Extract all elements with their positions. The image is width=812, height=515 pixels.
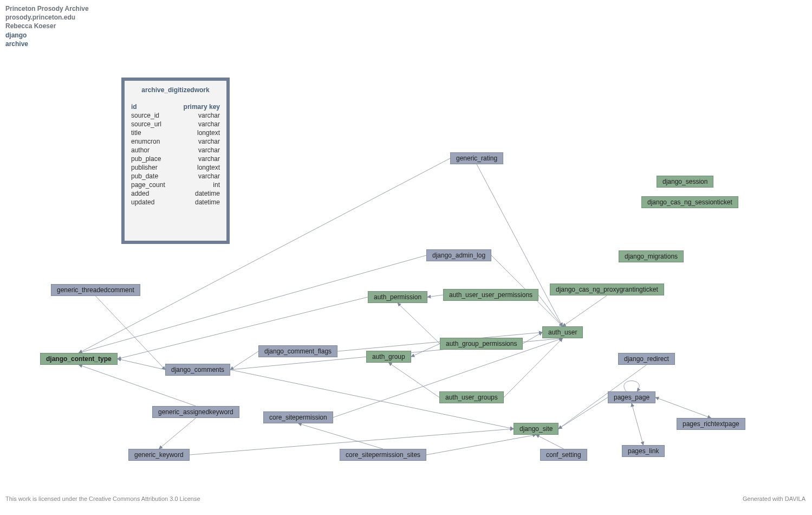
entity-field-row: enumcronvarchar [131, 137, 220, 146]
node-core_sitepermission[interactable]: core_sitepermission [263, 411, 333, 423]
edge [79, 255, 427, 353]
node-auth_group_permissions[interactable]: auth_group_permissions [440, 338, 523, 350]
field-type: varchar [174, 111, 220, 120]
node-auth_group[interactable]: auth_group [366, 351, 411, 363]
node-django_session[interactable]: django_session [657, 176, 713, 188]
node-conf_setting[interactable]: conf_setting [540, 449, 587, 461]
edge [411, 344, 440, 357]
edge [398, 303, 440, 344]
field-type: datetime [174, 189, 220, 198]
field-type: varchar [174, 120, 220, 128]
edge [159, 418, 196, 449]
node-pages_page[interactable]: pages_page [608, 391, 655, 403]
node-auth_user[interactable]: auth_user [542, 326, 583, 338]
node-django_cas_ng_sessionticket[interactable]: django_cas_ng_sessionticket [641, 196, 738, 208]
edge [298, 423, 384, 449]
header-block: Princeton Prosody Archive prosody.prince… [5, 4, 89, 48]
edge [427, 295, 443, 297]
entity-detail-table: idprimary keysource_idvarcharsource_urlv… [131, 102, 220, 207]
edge [632, 403, 644, 445]
footer-license: This work is licensed under the Creative… [5, 495, 200, 502]
field-name: pub_date [131, 172, 174, 181]
entity-field-row: source_idvarchar [131, 111, 220, 120]
node-pages_richtextpage[interactable]: pages_richtextpage [677, 418, 745, 430]
header-line3: Rebecca Koeser [5, 22, 89, 30]
header-line4: django [5, 31, 89, 40]
edge [230, 351, 258, 370]
field-type: longtext [174, 163, 220, 172]
field-type: varchar [174, 137, 220, 146]
field-type: int [174, 181, 220, 189]
edge [563, 295, 607, 326]
node-generic_threadedcomment[interactable]: generic_threadedcomment [51, 284, 140, 296]
node-auth_permission[interactable]: auth_permission [368, 291, 427, 303]
field-name: title [131, 128, 174, 137]
entity-field-row: addeddatetime [131, 189, 220, 198]
field-type: primary key [174, 102, 220, 111]
node-auth_user_groups[interactable]: auth_user_groups [439, 391, 504, 403]
entity-field-row: updateddatetime [131, 198, 220, 207]
node-django_content_type[interactable]: django_content_type [40, 353, 118, 365]
entity-detail-title: archive_digitizedwork [131, 86, 220, 94]
entity-field-row: pub_placevarchar [131, 154, 220, 163]
edge [426, 435, 536, 455]
field-type: datetime [174, 198, 220, 207]
field-name: pub_place [131, 154, 174, 163]
entity-field-row: authorvarchar [131, 146, 220, 154]
node-generic_rating[interactable]: generic_rating [450, 152, 503, 164]
header-line1: Princeton Prosody Archive [5, 4, 89, 13]
node-django_migrations[interactable]: django_migrations [619, 250, 684, 262]
edge [536, 435, 564, 449]
edge [477, 164, 563, 326]
edge [538, 295, 563, 326]
entity-field-row: source_urlvarchar [131, 120, 220, 128]
edge [523, 332, 542, 344]
header-line5: archive [5, 40, 89, 48]
field-name: author [131, 146, 174, 154]
field-type: longtext [174, 128, 220, 137]
field-name: source_id [131, 111, 174, 120]
node-django_redirect[interactable]: django_redirect [618, 353, 675, 365]
header-line2: prosody.princeton.edu [5, 13, 89, 22]
field-name: page_count [131, 181, 174, 189]
node-generic_keyword[interactable]: generic_keyword [128, 449, 190, 461]
field-name: added [131, 189, 174, 198]
entity-detail-box[interactable]: archive_digitizedwork idprimary keysourc… [121, 78, 230, 244]
entity-field-row: pub_datevarchar [131, 172, 220, 181]
edge [118, 359, 165, 370]
node-generic_assignedkeyword[interactable]: generic_assignedkeyword [152, 406, 239, 418]
node-pages_link[interactable]: pages_link [622, 445, 665, 457]
field-type: varchar [174, 154, 220, 163]
node-django_admin_log[interactable]: django_admin_log [426, 249, 491, 261]
field-type: varchar [174, 146, 220, 154]
node-core_sitepermission_sites[interactable]: core_sitepermission_sites [340, 449, 426, 461]
footer-generated: Generated with DAVILA [743, 495, 805, 502]
field-name: updated [131, 198, 174, 207]
field-name: publisher [131, 163, 174, 172]
entity-field-row: publisherlongtext [131, 163, 220, 172]
node-auth_user_user_permissions[interactable]: auth_user_user_permissions [443, 289, 538, 301]
node-django_cas_ng_proxy[interactable]: django_cas_ng_proxygrantingticket [550, 284, 664, 295]
node-django_comments[interactable]: django_comments [165, 364, 230, 376]
field-name: source_url [131, 120, 174, 128]
field-type: varchar [174, 172, 220, 181]
entity-field-row: page_countint [131, 181, 220, 189]
edge [558, 397, 608, 429]
entity-field-row: idprimary key [131, 102, 220, 111]
edge [389, 363, 440, 397]
entity-field-row: titlelongtext [131, 128, 220, 137]
node-django_site[interactable]: django_site [514, 423, 558, 435]
field-name: id [131, 102, 174, 111]
node-django_comment_flags[interactable]: django_comment_flags [258, 345, 337, 357]
edge [655, 397, 711, 418]
field-name: enumcron [131, 137, 174, 146]
edge [333, 338, 563, 417]
edge-selfloop [624, 381, 639, 392]
